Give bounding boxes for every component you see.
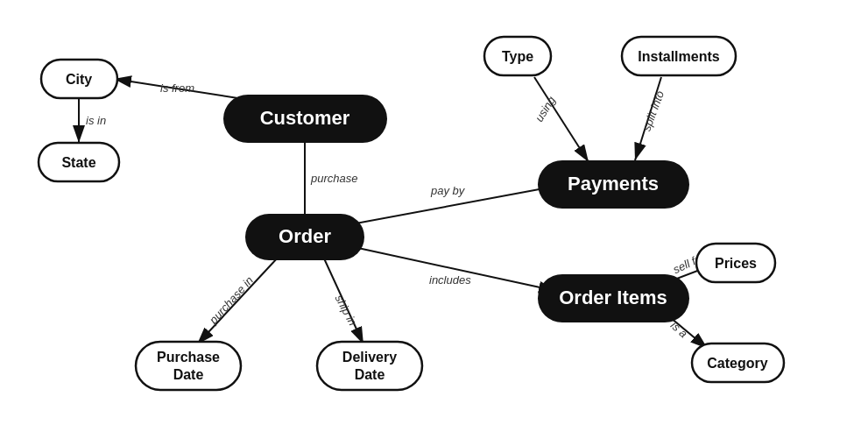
edge-label-is-in: is in: [86, 114, 106, 127]
node-order-label: Order: [279, 225, 331, 247]
edge-label-is-from: is from: [160, 81, 194, 95]
node-delivery-date-label1: Delivery: [342, 350, 397, 365]
node-delivery-date-label2: Date: [355, 367, 385, 382]
node-customer-label: Customer: [260, 107, 350, 129]
edge-label-ship-in: ship in: [332, 293, 359, 328]
edge-label-purchase-in: purchase in: [206, 273, 256, 327]
node-order-items-label: Order Items: [559, 287, 667, 308]
edge-label-purchase: purchase: [310, 172, 357, 185]
node-payments-label: Payments: [568, 173, 659, 195]
node-prices-label: Prices: [715, 256, 757, 271]
edge-label-is-a: is a: [668, 319, 690, 341]
node-type-label: Type: [502, 49, 533, 64]
edge-label-pay-by: pay by: [430, 184, 466, 197]
edge-label-includes: includes: [429, 273, 471, 287]
edge-label-split-into: split into: [640, 89, 667, 133]
node-category-label: Category: [707, 356, 767, 371]
node-purchase-date-label1: Purchase: [157, 350, 220, 365]
node-city-label: City: [66, 72, 92, 87]
node-installments-label: Installments: [638, 49, 719, 64]
node-state-label: State: [61, 155, 95, 170]
node-purchase-date-label2: Date: [173, 367, 204, 382]
